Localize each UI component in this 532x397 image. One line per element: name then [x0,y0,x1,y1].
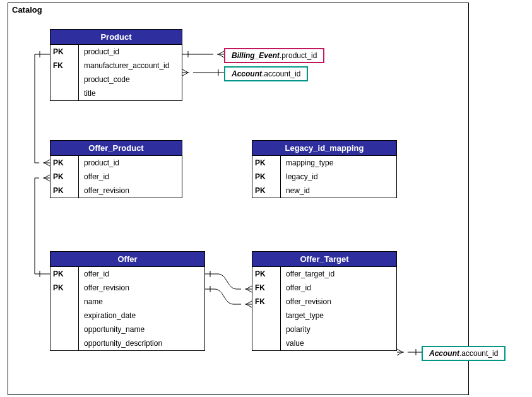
table-row: expiration_date [50,309,204,323]
table-row: name [50,295,204,309]
field-col: product_id [79,156,182,170]
table-row: PKlegacy_id [252,170,396,184]
entity-offer-target: Offer_Target PKoffer_target_id FKoffer_i… [252,251,397,351]
field-col: expiration_date [79,309,204,323]
table-row: product_code [50,73,182,86]
field-col: value [281,336,396,350]
key-col: FK [252,295,281,309]
table-row: FKmanufacturer_account_id [50,59,182,73]
key-col: FK [50,59,79,73]
ref-account-account-id-bot: Account.account_id [422,346,505,361]
key-col [252,323,281,336]
entity-legacy-id-mapping-header: Legacy_id_mapping [252,141,396,156]
key-col: PK [50,156,79,170]
entity-offer-product: Offer_Product PKproduct_id PKoffer_id PK… [50,140,182,198]
entity-legacy-id-mapping: Legacy_id_mapping PKmapping_type PKlegac… [252,140,397,198]
field-col: target_type [281,309,396,323]
ref-field: .account_id [459,349,498,358]
table-row: PKoffer_id [50,170,182,184]
key-col [50,309,79,323]
field-col: offer_id [281,281,396,295]
key-col: PK [252,170,281,184]
field-col: new_id [281,184,396,198]
field-col: offer_id [79,267,204,281]
key-col [50,323,79,336]
field-col: offer_revision [281,295,396,309]
table-row: PKoffer_revision [50,184,182,198]
field-col: name [79,295,204,309]
ref-entity: Account [232,69,262,78]
table-row: value [252,336,396,350]
key-col [50,336,79,350]
field-col: polarity [281,323,396,336]
table-row: PKproduct_id [50,45,182,59]
entity-offer-product-header: Offer_Product [50,141,182,156]
diagram-area: Catalog Product PKproduct_id FKmanufactu… [0,0,532,397]
key-col [252,336,281,350]
key-col [50,295,79,309]
field-col: offer_id [79,170,182,184]
field-col: offer_target_id [281,267,396,281]
table-row: opportunity_name [50,323,204,336]
key-col: PK [50,281,79,295]
key-col: PK [50,184,79,198]
key-col: PK [252,184,281,198]
table-row: target_type [252,309,396,323]
field-col: legacy_id [281,170,396,184]
field-col: product_code [79,73,182,86]
ref-field: .account_id [262,69,300,78]
table-row: PKnew_id [252,184,396,198]
entity-offer-header: Offer [50,252,204,267]
key-col: PK [50,267,79,281]
field-col: offer_revision [79,281,204,295]
table-row: PKproduct_id [50,156,182,170]
field-col: offer_revision [79,184,182,198]
key-col: PK [252,156,281,170]
ref-account-account-id-top: Account.account_id [224,66,308,81]
table-row: title [50,86,182,100]
table-row: PKmapping_type [252,156,396,170]
field-col: opportunity_name [79,323,204,336]
table-row: PKoffer_target_id [252,267,396,281]
table-row: polarity [252,323,396,336]
catalog-title: Catalog [12,5,42,15]
table-row: PKoffer_revision [50,281,204,295]
field-col: product_id [79,45,182,59]
entity-offer: Offer PKoffer_id PKoffer_revision name e… [50,251,205,351]
field-col: opportunity_description [79,336,204,350]
key-col [252,309,281,323]
key-col: PK [50,170,79,184]
ref-entity: Account [429,349,459,358]
key-col: FK [252,281,281,295]
entity-offer-target-header: Offer_Target [252,252,396,267]
ref-billing-event-product-id: Billing_Event.product_id [224,48,324,63]
key-col [50,73,79,86]
table-row: FKoffer_id [252,281,396,295]
key-col: PK [50,45,79,59]
key-col: PK [252,267,281,281]
ref-entity: Billing_Event [232,51,280,60]
entity-product: Product PKproduct_id FKmanufacturer_acco… [50,29,182,101]
key-col [50,86,79,100]
entity-product-header: Product [50,30,182,45]
ref-field: .product_id [280,51,317,60]
table-row: PKoffer_id [50,267,204,281]
table-row: FKoffer_revision [252,295,396,309]
field-col: title [79,86,182,100]
field-col: manufacturer_account_id [79,59,182,73]
field-col: mapping_type [281,156,396,170]
table-row: opportunity_description [50,336,204,350]
